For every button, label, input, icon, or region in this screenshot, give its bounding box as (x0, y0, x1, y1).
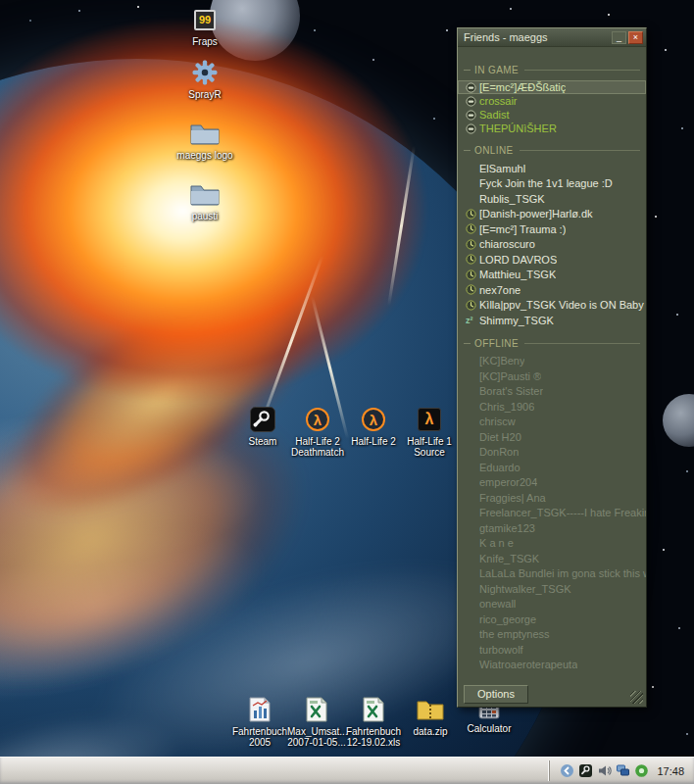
friend-row[interactable]: the emptyness (458, 627, 646, 643)
friend-row[interactable]: Fraggies| Ana (458, 490, 646, 506)
zip-icon (417, 696, 444, 723)
friend-row[interactable]: Wiatroaeroterapeuta (458, 658, 646, 673)
friend-row[interactable]: gtamike123 (458, 520, 646, 536)
desktop-icon-hl2[interactable]: λ Half-Life 2 (344, 406, 403, 447)
friend-row[interactable]: [KC]Pausti ® (458, 368, 646, 384)
friend-name: turbowolf (479, 644, 523, 656)
friend-row[interactable]: Kìlla|ppv_TSGK Video is ON Baby 4 real !… (458, 298, 646, 314)
steam-icon (250, 406, 275, 433)
taskbar[interactable]: 17:48 (0, 757, 694, 784)
options-button[interactable]: Options (464, 685, 528, 704)
desktop-icon-fahrtenbuch-xls[interactable]: Fahrtenbuch 12-19.02.xls (344, 696, 403, 748)
friend-row[interactable]: nex7one (458, 282, 646, 298)
desktop-icon-max-umsat[interactable]: Max_Umsat... 2007-01-05... (287, 696, 346, 748)
desktop-icon-label: Half-Life 2 Deathmatch (288, 436, 347, 458)
friend-row[interactable]: Fyck Join the 1v1 league :D (458, 176, 646, 192)
lambda-glyph: λ (425, 411, 434, 428)
friend-name: the emptyness (479, 628, 550, 640)
lambda-glyph: λ (314, 412, 322, 428)
friend-row[interactable]: [Danish-power]Harlø.dk (458, 207, 646, 222)
friend-name: Nightwalker_TSGK (479, 583, 571, 595)
friend-name: DonRon (479, 446, 519, 458)
friend-row[interactable]: [E=mc²]ÆÐŠßatiç (458, 80, 646, 94)
away-clock-icon (466, 254, 479, 265)
friend-row[interactable]: Freelancer_TSGK-----I hate Freaking POSE… (458, 506, 646, 521)
friend-row[interactable]: Nightwalker_TSGK (458, 581, 646, 597)
friend-row[interactable]: Sadist (458, 108, 646, 122)
resize-grip[interactable] (630, 691, 643, 704)
away-clock-icon (466, 223, 479, 234)
steam-tray-icon[interactable] (578, 763, 593, 778)
away-clock-icon (466, 300, 479, 311)
friend-row[interactable]: LORD DAVROS (458, 252, 646, 268)
friend-name: crossair (479, 95, 518, 107)
friend-row[interactable]: Matthieu_TSGK (458, 268, 646, 283)
desktop-icon-hl1-source[interactable]: λ Half-Life 1 Source (400, 406, 459, 458)
desktop-icon-fraps[interactable]: 99 Fraps (175, 6, 234, 47)
desktop-icon-label: Fahrtenbuch 2005 (230, 726, 289, 748)
desktop-icon-fahrtenbuch-2005[interactable]: Fahrtenbuch 2005 (230, 696, 289, 748)
friend-name: Fraggies| Ana (479, 492, 546, 504)
section-header-offline: OFFLINE (464, 338, 640, 349)
desktop-icon-label: SprayR (188, 89, 221, 100)
fraps-badge: 99 (199, 14, 211, 25)
friend-row[interactable]: Borat's Sister (458, 384, 646, 400)
desktop-icon-maeggs-logo[interactable]: maeggs logo (175, 120, 234, 161)
friend-row[interactable]: emperor204 (458, 475, 646, 491)
friend-row[interactable]: chriscw (458, 415, 646, 430)
desktop-icon-data-zip[interactable]: data.zip (401, 696, 460, 737)
friend-name: Fyck Join the 1v1 league :D (479, 177, 613, 189)
desktop-icon-label: Calculator (467, 723, 511, 734)
friend-name: Wiatroaeroterapeuta (479, 659, 577, 670)
desktop-icon-label: Half-Life 1 Source (400, 436, 459, 458)
friend-row[interactable]: THEPÚNìŠHER (458, 122, 646, 135)
friend-row[interactable]: chiaroscuro (458, 237, 646, 253)
away-clock-icon (466, 284, 479, 295)
desktop-icon-hl2-deathmatch[interactable]: λ Half-Life 2 Deathmatch (288, 406, 347, 458)
header-dash (464, 70, 471, 71)
friend-name: Sadist (479, 109, 510, 121)
friend-name: onewall (479, 598, 516, 610)
friend-row[interactable]: z²Shimmy_TSGK (458, 313, 646, 328)
away-clock-icon (466, 239, 479, 250)
close-button[interactable]: × (628, 31, 643, 44)
friend-row[interactable]: Eduardo (458, 460, 646, 475)
titlebar[interactable]: Friends - maeggs _ × (458, 28, 646, 47)
friend-row[interactable]: ElSamuhl (458, 161, 646, 176)
friend-row[interactable]: Knife_TSGK (458, 551, 646, 566)
snooze-icon: z² (466, 316, 479, 325)
friend-row[interactable]: [E=mc²] Trauma :) (458, 221, 646, 237)
friend-row[interactable]: Diet H20 (458, 429, 646, 445)
friend-name: ElSamuhl (479, 163, 525, 174)
desktop-icon-pausti[interactable]: pausti (175, 180, 234, 221)
friend-row[interactable]: [KC]Beny (458, 354, 646, 369)
friend-row[interactable]: rico_george (458, 612, 646, 627)
desktop-icon-steam[interactable]: Steam (233, 406, 292, 447)
friend-row[interactable]: LaLaLa Bundlei im gona stick this way, L… (458, 566, 646, 582)
desktop-icon-sprayr[interactable]: SprayR (175, 59, 234, 100)
friend-name: emperor204 (479, 476, 537, 488)
hide-icons-arrow-icon[interactable] (560, 763, 574, 778)
friend-row[interactable]: Chris_1906 (458, 399, 646, 415)
network-icon[interactable] (616, 763, 630, 778)
friend-row[interactable]: Rublis_TSGK (458, 191, 646, 207)
window-title: Friends - maeggs (464, 31, 610, 43)
explosion-glow (0, 0, 520, 539)
messenger-icon[interactable] (634, 763, 649, 778)
friend-name: [KC]Beny (479, 355, 524, 367)
volume-icon[interactable] (597, 763, 612, 778)
tray-icons (560, 763, 649, 778)
in-game-icon (466, 96, 479, 107)
friend-row[interactable]: onewall (458, 597, 646, 612)
friend-name: Knife_TSGK (479, 553, 539, 564)
friend-row[interactable]: turbowolf (458, 642, 646, 658)
taskbar-clock[interactable]: 17:48 (657, 765, 684, 777)
friend-name: Rublis_TSGK (479, 193, 545, 205)
minimize-button[interactable]: _ (612, 31, 626, 44)
friend-row[interactable]: K a n e (458, 536, 646, 552)
friend-name: chriscw (479, 416, 516, 427)
desktop-icon-label: Half-Life 2 (351, 436, 396, 447)
friend-row[interactable]: crossair (458, 94, 646, 108)
section-header-online: ONLINE (464, 145, 640, 156)
friend-row[interactable]: DonRon (458, 445, 646, 461)
